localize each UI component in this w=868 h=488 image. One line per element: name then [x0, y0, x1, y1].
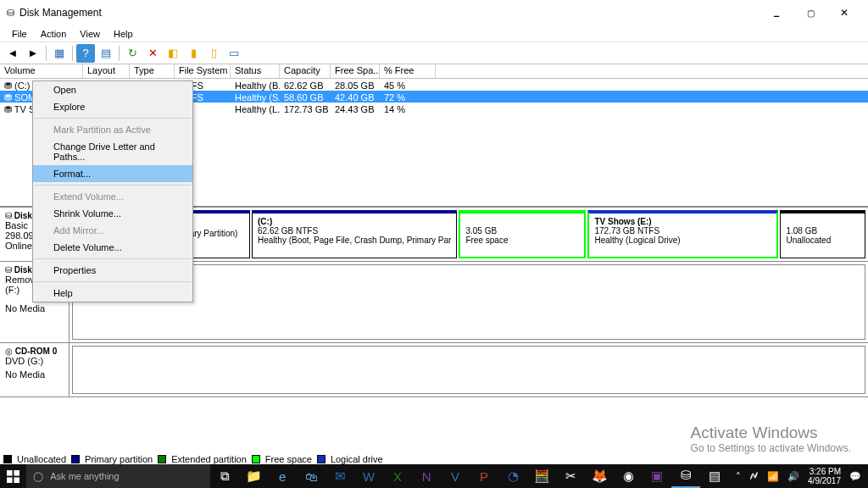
svg-rect-3	[14, 477, 20, 483]
ctx-change[interactable]: Change Drive Letter and Paths...	[33, 138, 192, 165]
app-generic-icon[interactable]: ▣	[643, 464, 671, 488]
refresh-icon[interactable]: ↻	[123, 44, 142, 63]
cortana-icon: ◯	[33, 471, 43, 482]
partition-unallocated[interactable]: 1.08 GB Unallocated	[780, 210, 865, 258]
part-e-size: 172.73 GB NTFS	[594, 226, 771, 236]
toolbar: ◄ ► ▦ ? ▤ ↻ ✕ ◧ ▮ ▯ ▭	[0, 42, 868, 64]
minimize-button[interactable]	[760, 3, 793, 23]
part-un-status: Unallocated	[786, 236, 860, 245]
back-icon[interactable]: ◄	[3, 44, 22, 63]
view-icon[interactable]: ▤	[97, 44, 115, 63]
app-store-icon[interactable]: 🛍	[297, 464, 326, 488]
app-chrome-icon[interactable]: ◉	[614, 464, 643, 488]
app-ppt-icon[interactable]: P	[470, 464, 498, 488]
ctx-props[interactable]: Properties	[33, 262, 192, 279]
context-menu: Open Explore Mark Partition as Active Ch…	[32, 80, 193, 302]
legend-logical: Logical drive	[331, 454, 383, 464]
search-placeholder: Ask me anything	[50, 471, 119, 481]
ctx-shrink[interactable]: Shrink Volume...	[33, 205, 192, 222]
col-layout[interactable]: Layout	[83, 64, 130, 78]
app-excel-icon[interactable]: X	[383, 464, 412, 488]
app-outlook-icon[interactable]: ✉	[326, 464, 354, 488]
app-word-icon[interactable]: W	[354, 464, 383, 488]
col-free[interactable]: Free Spa...	[331, 64, 380, 78]
part-free-status: Free space	[465, 236, 579, 245]
cd-media: No Media	[5, 369, 64, 380]
ctx-delete[interactable]: Delete Volume...	[33, 239, 192, 256]
col-status[interactable]: Status	[231, 64, 280, 78]
svg-rect-2	[7, 477, 13, 483]
part-free-size: 3.05 GB	[465, 226, 579, 236]
window-title: Disk Management	[19, 7, 760, 19]
menu-file[interactable]: File	[5, 27, 34, 41]
clock-time: 3:26 PM	[808, 467, 841, 476]
ctx-open[interactable]: Open	[33, 81, 192, 98]
col-pct[interactable]: % Free	[380, 64, 436, 78]
menu-view[interactable]: View	[73, 27, 107, 41]
taskbar: ◯ Ask me anything ⧉ 📁 e 🛍 ✉ W X N V P ◔ …	[0, 464, 868, 488]
taskview-icon[interactable]: ⧉	[210, 464, 239, 488]
tray-wifi-icon[interactable]: 📶	[767, 471, 779, 482]
activate-sub: Go to Settings to activate Windows.	[691, 442, 851, 454]
clock[interactable]: 3:26 PM 4/9/2017	[808, 467, 841, 485]
app-explorer-icon[interactable]: 📁	[239, 464, 268, 488]
tray-notify-icon[interactable]: 💬	[849, 471, 861, 482]
legend-free: Free space	[265, 454, 312, 464]
action-icon[interactable]: ▮	[184, 44, 203, 63]
maximize-button[interactable]	[793, 3, 827, 23]
app-calc-icon[interactable]: 🧮	[527, 464, 556, 488]
app-skype-icon[interactable]: ◔	[498, 464, 527, 488]
legend-unallocated: Unallocated	[17, 454, 66, 464]
forward-icon[interactable]: ►	[24, 44, 42, 63]
search-box[interactable]: ◯ Ask me anything	[26, 464, 210, 488]
ctx-format[interactable]: Format...	[33, 165, 192, 182]
props-icon[interactable]: ▭	[225, 44, 243, 63]
app-onenote-icon[interactable]: N	[412, 464, 441, 488]
col-type[interactable]: Type	[130, 64, 175, 78]
disk1-media: No Media	[5, 303, 64, 313]
start-button[interactable]	[0, 464, 26, 488]
svg-rect-1	[14, 470, 20, 476]
ctx-help[interactable]: Help	[33, 285, 192, 302]
delete-icon[interactable]: ✕	[143, 44, 162, 63]
legend-primary: Primary partition	[85, 454, 153, 464]
app-generic2-icon[interactable]: ▤	[700, 464, 729, 488]
col-volume[interactable]: Volume	[0, 64, 83, 78]
part-e-title: TV Shows (E:)	[594, 217, 771, 226]
legend: Unallocated Primary partition Extended p…	[3, 454, 383, 464]
clock-date: 4/9/2017	[808, 476, 841, 485]
part-c-title: (C:)	[258, 217, 451, 226]
ctx-mark: Mark Partition as Active	[33, 121, 192, 138]
cd-empty[interactable]	[72, 346, 865, 394]
menu-action[interactable]: Action	[34, 27, 74, 41]
part-c-status: Healthy (Boot, Page File, Crash Dump, Pr…	[258, 236, 451, 245]
partition-e[interactable]: TV Shows (E:) 172.73 GB NTFS Healthy (Lo…	[587, 210, 778, 258]
tray-volume-icon[interactable]: 🔊	[787, 471, 799, 482]
app-edge-icon[interactable]: e	[268, 464, 297, 488]
legend-extended: Extended partition	[171, 454, 247, 464]
partition-c[interactable]: (C:) 62.62 GB NTFS Healthy (Boot, Page F…	[252, 210, 457, 258]
app-visio-icon[interactable]: V	[441, 464, 470, 488]
activate-watermark: Activate Windows Go to Settings to activ…	[691, 424, 851, 454]
grid-icon[interactable]: ▦	[50, 44, 69, 63]
col-fs[interactable]: File System	[175, 64, 231, 78]
ctx-mirror: Add Mirror...	[33, 222, 192, 239]
app-icon: ⛁	[7, 8, 14, 19]
menu-help[interactable]: Help	[107, 27, 140, 41]
tray-up-icon[interactable]: ˄	[736, 471, 741, 482]
app-snip-icon[interactable]: ✂	[556, 464, 585, 488]
app-diskmgmt-icon[interactable]: ⛁	[671, 464, 700, 488]
menubar: File Action View Help	[0, 25, 868, 42]
col-capacity[interactable]: Capacity	[280, 64, 331, 78]
ctx-explore[interactable]: Explore	[33, 98, 192, 115]
ctx-extend: Extend Volume...	[33, 188, 192, 205]
partition-free[interactable]: 3.05 GB Free space	[459, 210, 586, 258]
help-icon[interactable]: ?	[76, 44, 95, 63]
close-button[interactable]	[827, 3, 861, 23]
app-firefox-icon[interactable]: 🦊	[585, 464, 614, 488]
tray-battery-icon[interactable]: 🗲	[749, 471, 759, 481]
part-un-size: 1.08 GB	[786, 226, 860, 236]
action2-icon[interactable]: ▯	[204, 44, 223, 63]
warning-icon[interactable]: ◧	[164, 44, 182, 63]
volume-grid-header: Volume Layout Type File System Status Ca…	[0, 64, 868, 79]
